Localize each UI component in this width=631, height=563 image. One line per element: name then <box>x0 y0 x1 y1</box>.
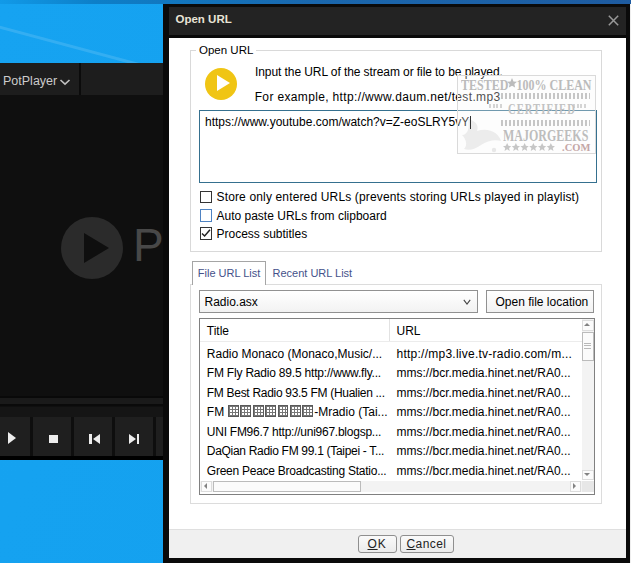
svg-text:.COM: .COM <box>562 143 590 152</box>
